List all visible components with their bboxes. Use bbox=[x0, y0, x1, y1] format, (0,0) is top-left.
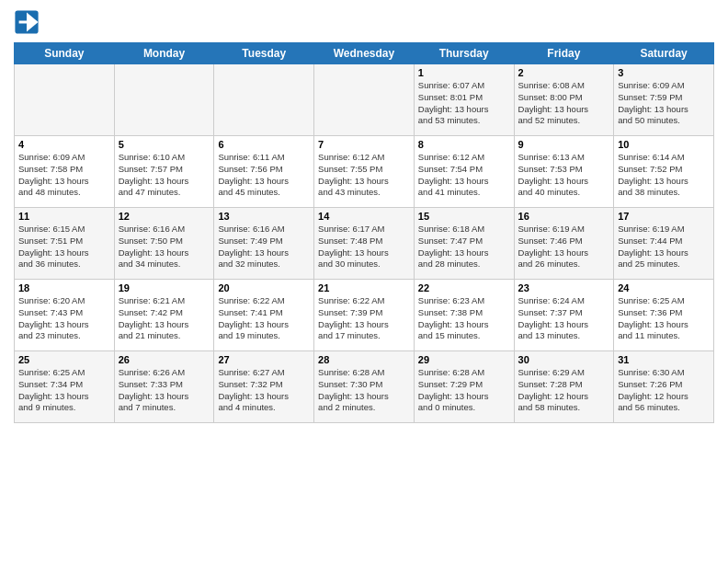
day-number: 7 bbox=[318, 139, 410, 150]
day-info: Sunrise: 6:20 AM Sunset: 7:43 PM Dayligh… bbox=[18, 295, 110, 342]
day-info: Sunrise: 6:07 AM Sunset: 8:01 PM Dayligh… bbox=[418, 80, 510, 127]
calendar-cell: 26Sunrise: 6:26 AM Sunset: 7:33 PM Dayli… bbox=[114, 351, 214, 423]
day-info: Sunrise: 6:23 AM Sunset: 7:38 PM Dayligh… bbox=[418, 295, 510, 342]
day-number: 10 bbox=[618, 139, 710, 150]
day-info: Sunrise: 6:26 AM Sunset: 7:33 PM Dayligh… bbox=[119, 367, 210, 414]
day-info: Sunrise: 6:11 AM Sunset: 7:56 PM Dayligh… bbox=[218, 152, 310, 199]
calendar-cell: 10Sunrise: 6:14 AM Sunset: 7:52 PM Dayli… bbox=[614, 136, 714, 208]
calendar-cell: 4Sunrise: 6:09 AM Sunset: 7:58 PM Daylig… bbox=[15, 136, 115, 208]
day-number: 19 bbox=[119, 282, 210, 293]
day-number: 20 bbox=[218, 282, 310, 293]
day-number: 1 bbox=[418, 67, 510, 78]
calendar-cell: 7Sunrise: 6:12 AM Sunset: 7:55 PM Daylig… bbox=[314, 136, 415, 208]
day-number: 2 bbox=[518, 67, 610, 78]
day-number: 17 bbox=[618, 211, 710, 222]
calendar-cell: 28Sunrise: 6:28 AM Sunset: 7:30 PM Dayli… bbox=[314, 351, 415, 423]
calendar-cell: 30Sunrise: 6:29 AM Sunset: 7:28 PM Dayli… bbox=[514, 351, 614, 423]
day-number: 16 bbox=[518, 211, 610, 222]
header bbox=[14, 9, 714, 35]
calendar-cell bbox=[314, 64, 415, 136]
calendar-cell: 24Sunrise: 6:25 AM Sunset: 7:36 PM Dayli… bbox=[614, 280, 714, 351]
calendar-week-1: 1Sunrise: 6:07 AM Sunset: 8:01 PM Daylig… bbox=[15, 64, 714, 136]
day-info: Sunrise: 6:28 AM Sunset: 7:29 PM Dayligh… bbox=[418, 367, 510, 414]
weekday-header-wednesday: Wednesday bbox=[314, 43, 415, 64]
weekday-header-row: SundayMondayTuesdayWednesdayThursdayFrid… bbox=[15, 43, 714, 64]
day-info: Sunrise: 6:12 AM Sunset: 7:54 PM Dayligh… bbox=[418, 152, 510, 199]
day-number: 21 bbox=[318, 282, 410, 293]
weekday-header-saturday: Saturday bbox=[614, 43, 714, 64]
calendar-cell: 6Sunrise: 6:11 AM Sunset: 7:56 PM Daylig… bbox=[214, 136, 314, 208]
day-info: Sunrise: 6:12 AM Sunset: 7:55 PM Dayligh… bbox=[318, 152, 410, 199]
day-info: Sunrise: 6:15 AM Sunset: 7:51 PM Dayligh… bbox=[18, 224, 110, 270]
day-info: Sunrise: 6:29 AM Sunset: 7:28 PM Dayligh… bbox=[518, 367, 610, 414]
day-number: 31 bbox=[618, 354, 710, 365]
calendar-cell: 14Sunrise: 6:17 AM Sunset: 7:48 PM Dayli… bbox=[314, 208, 415, 280]
day-number: 24 bbox=[618, 282, 710, 293]
day-number: 28 bbox=[318, 354, 410, 365]
day-info: Sunrise: 6:19 AM Sunset: 7:44 PM Dayligh… bbox=[618, 224, 710, 270]
calendar-cell bbox=[214, 64, 314, 136]
logo bbox=[14, 9, 43, 35]
day-info: Sunrise: 6:14 AM Sunset: 7:52 PM Dayligh… bbox=[618, 152, 710, 199]
page: SundayMondayTuesdayWednesdayThursdayFrid… bbox=[0, 0, 728, 563]
calendar-week-3: 11Sunrise: 6:15 AM Sunset: 7:51 PM Dayli… bbox=[15, 208, 714, 280]
calendar-cell: 23Sunrise: 6:24 AM Sunset: 7:37 PM Dayli… bbox=[514, 280, 614, 351]
day-number: 15 bbox=[418, 211, 510, 222]
weekday-header-tuesday: Tuesday bbox=[214, 43, 314, 64]
day-info: Sunrise: 6:10 AM Sunset: 7:57 PM Dayligh… bbox=[119, 152, 210, 199]
calendar-cell: 18Sunrise: 6:20 AM Sunset: 7:43 PM Dayli… bbox=[15, 280, 115, 351]
day-number: 3 bbox=[618, 67, 710, 78]
calendar-week-2: 4Sunrise: 6:09 AM Sunset: 7:58 PM Daylig… bbox=[15, 136, 714, 208]
calendar-cell: 19Sunrise: 6:21 AM Sunset: 7:42 PM Dayli… bbox=[114, 280, 214, 351]
calendar-cell: 27Sunrise: 6:27 AM Sunset: 7:32 PM Dayli… bbox=[214, 351, 314, 423]
calendar-cell: 17Sunrise: 6:19 AM Sunset: 7:44 PM Dayli… bbox=[614, 208, 714, 280]
calendar-cell: 5Sunrise: 6:10 AM Sunset: 7:57 PM Daylig… bbox=[114, 136, 214, 208]
calendar-cell: 21Sunrise: 6:22 AM Sunset: 7:39 PM Dayli… bbox=[314, 280, 415, 351]
day-number: 5 bbox=[119, 139, 210, 150]
day-number: 27 bbox=[218, 354, 310, 365]
day-info: Sunrise: 6:19 AM Sunset: 7:46 PM Dayligh… bbox=[518, 224, 610, 270]
day-number: 30 bbox=[518, 354, 610, 365]
day-info: Sunrise: 6:17 AM Sunset: 7:48 PM Dayligh… bbox=[318, 224, 410, 270]
calendar-cell: 29Sunrise: 6:28 AM Sunset: 7:29 PM Dayli… bbox=[414, 351, 514, 423]
day-info: Sunrise: 6:24 AM Sunset: 7:37 PM Dayligh… bbox=[518, 295, 610, 342]
weekday-header-monday: Monday bbox=[114, 43, 214, 64]
day-number: 18 bbox=[18, 282, 110, 293]
weekday-header-thursday: Thursday bbox=[414, 43, 514, 64]
calendar-cell: 8Sunrise: 6:12 AM Sunset: 7:54 PM Daylig… bbox=[414, 136, 514, 208]
calendar-cell: 3Sunrise: 6:09 AM Sunset: 7:59 PM Daylig… bbox=[614, 64, 714, 136]
day-info: Sunrise: 6:28 AM Sunset: 7:30 PM Dayligh… bbox=[318, 367, 410, 414]
calendar-cell bbox=[114, 64, 214, 136]
calendar-week-4: 18Sunrise: 6:20 AM Sunset: 7:43 PM Dayli… bbox=[15, 280, 714, 351]
calendar-cell: 25Sunrise: 6:25 AM Sunset: 7:34 PM Dayli… bbox=[15, 351, 115, 423]
calendar-cell: 1Sunrise: 6:07 AM Sunset: 8:01 PM Daylig… bbox=[414, 64, 514, 136]
calendar-cell: 22Sunrise: 6:23 AM Sunset: 7:38 PM Dayli… bbox=[414, 280, 514, 351]
calendar-cell: 2Sunrise: 6:08 AM Sunset: 8:00 PM Daylig… bbox=[514, 64, 614, 136]
day-number: 13 bbox=[218, 211, 310, 222]
calendar-week-5: 25Sunrise: 6:25 AM Sunset: 7:34 PM Dayli… bbox=[15, 351, 714, 423]
calendar-cell: 16Sunrise: 6:19 AM Sunset: 7:46 PM Dayli… bbox=[514, 208, 614, 280]
day-number: 25 bbox=[18, 354, 110, 365]
day-info: Sunrise: 6:22 AM Sunset: 7:41 PM Dayligh… bbox=[218, 295, 310, 342]
day-number: 26 bbox=[119, 354, 210, 365]
calendar-cell: 9Sunrise: 6:13 AM Sunset: 7:53 PM Daylig… bbox=[514, 136, 614, 208]
day-info: Sunrise: 6:25 AM Sunset: 7:36 PM Dayligh… bbox=[618, 295, 710, 342]
day-info: Sunrise: 6:30 AM Sunset: 7:26 PM Dayligh… bbox=[618, 367, 710, 414]
calendar-cell: 31Sunrise: 6:30 AM Sunset: 7:26 PM Dayli… bbox=[614, 351, 714, 423]
day-number: 4 bbox=[18, 139, 110, 150]
day-number: 9 bbox=[518, 139, 610, 150]
day-number: 12 bbox=[119, 211, 210, 222]
calendar-cell: 12Sunrise: 6:16 AM Sunset: 7:50 PM Dayli… bbox=[114, 208, 214, 280]
day-info: Sunrise: 6:25 AM Sunset: 7:34 PM Dayligh… bbox=[18, 367, 110, 414]
calendar-cell: 11Sunrise: 6:15 AM Sunset: 7:51 PM Dayli… bbox=[15, 208, 115, 280]
day-number: 8 bbox=[418, 139, 510, 150]
day-number: 11 bbox=[18, 211, 110, 222]
day-info: Sunrise: 6:18 AM Sunset: 7:47 PM Dayligh… bbox=[418, 224, 510, 270]
day-number: 22 bbox=[418, 282, 510, 293]
day-info: Sunrise: 6:27 AM Sunset: 7:32 PM Dayligh… bbox=[218, 367, 310, 414]
day-info: Sunrise: 6:22 AM Sunset: 7:39 PM Dayligh… bbox=[318, 295, 410, 342]
day-info: Sunrise: 6:09 AM Sunset: 7:59 PM Dayligh… bbox=[618, 80, 710, 127]
weekday-header-friday: Friday bbox=[514, 43, 614, 64]
day-info: Sunrise: 6:13 AM Sunset: 7:53 PM Dayligh… bbox=[518, 152, 610, 199]
day-info: Sunrise: 6:21 AM Sunset: 7:42 PM Dayligh… bbox=[119, 295, 210, 342]
